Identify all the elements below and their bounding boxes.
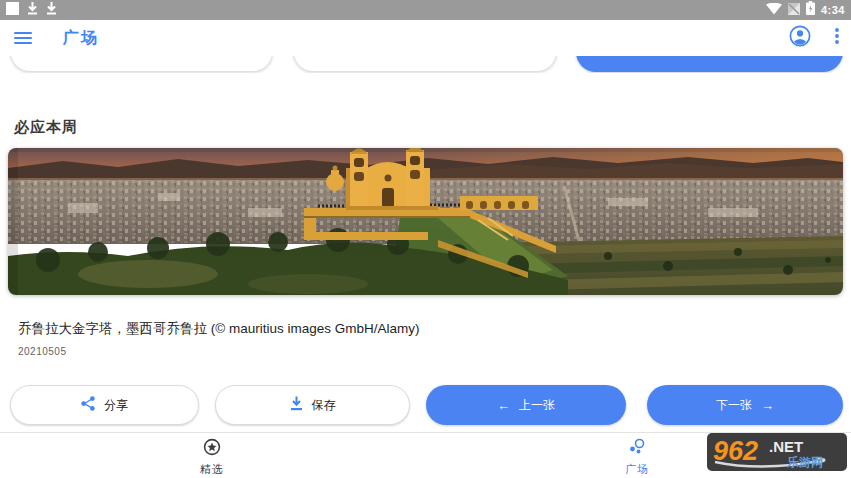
download-icon	[290, 396, 303, 414]
watermark-site: 乐游网	[786, 455, 823, 469]
previous-label: 上一张	[519, 397, 555, 414]
scrolled-fields-row	[0, 56, 851, 73]
tab-plaza[interactable]: 广场	[592, 438, 682, 477]
download-status-icon	[27, 1, 38, 19]
tab-featured[interactable]: 精选	[167, 438, 257, 477]
plaza-bubbles-icon	[628, 438, 646, 460]
square-status-icon	[6, 1, 19, 19]
clock: 4:34	[821, 4, 845, 16]
download-status-icon	[46, 1, 57, 19]
save-button[interactable]: 保存	[215, 385, 410, 425]
page-title: 广场	[63, 28, 99, 49]
primary-action-partial[interactable]	[576, 56, 843, 72]
input-field-partial[interactable]	[10, 56, 273, 72]
section-header: 必应本周	[14, 118, 78, 137]
save-label: 保存	[312, 397, 336, 414]
app-screen: 4:34 广场 必应本周	[0, 0, 851, 478]
photo-caption: 乔鲁拉大金字塔，墨西哥乔鲁拉 (© mauritius images GmbH/…	[18, 320, 420, 338]
next-button[interactable]: 下一张 →	[647, 385, 843, 425]
next-label: 下一张	[716, 397, 752, 414]
menu-icon[interactable]	[14, 32, 32, 45]
overflow-menu-icon[interactable]	[835, 28, 839, 48]
share-label: 分享	[104, 397, 128, 414]
share-icon	[81, 396, 95, 414]
wallpaper-photo[interactable]	[8, 148, 843, 295]
previous-button[interactable]: ← 上一张	[426, 385, 626, 425]
arrow-right-icon: →	[761, 398, 774, 413]
input-field-partial[interactable]	[293, 56, 557, 72]
arrow-left-icon: ←	[497, 398, 510, 413]
signal-off-icon	[788, 1, 800, 19]
tab-plaza-label: 广场	[625, 462, 649, 477]
wifi-icon	[766, 1, 782, 19]
app-bar: 广场	[0, 20, 851, 56]
tab-featured-label: 精选	[200, 462, 224, 477]
site-watermark: 962 .NET 乐游网	[707, 433, 847, 471]
account-icon[interactable]	[789, 25, 811, 51]
watermark-net: .NET	[769, 438, 803, 455]
featured-star-icon	[203, 438, 221, 460]
photo-date: 20210505	[18, 346, 67, 357]
watermark-number: 962	[713, 436, 758, 466]
status-bar: 4:34	[0, 0, 851, 20]
share-button[interactable]: 分享	[10, 385, 199, 425]
battery-charging-icon	[806, 1, 815, 19]
